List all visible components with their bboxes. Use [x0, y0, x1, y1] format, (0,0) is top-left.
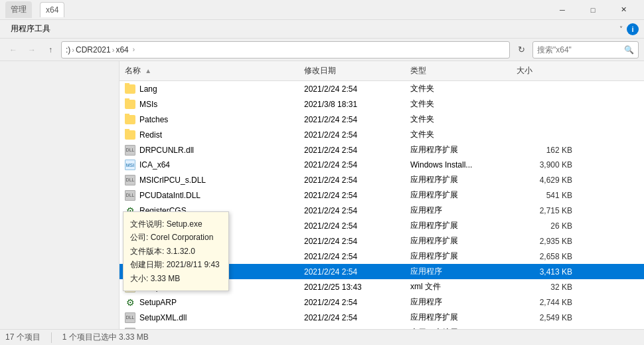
table-row[interactable]: DLL DRPCUNLR.dll 2021/2/24 2:54 应用程序扩展 1…	[120, 142, 644, 158]
tooltip-line5: 大小: 3.33 MB	[130, 272, 222, 285]
breadcrumb-x64[interactable]: x64	[116, 45, 128, 55]
col-type-label: 类型	[410, 66, 426, 75]
search-box[interactable]: 🔍	[532, 41, 639, 58]
menu-items: 用程序工具	[5, 22, 56, 36]
close-button[interactable]: ✕	[608, 0, 639, 20]
file-date: 2021/2/24 2:54	[299, 174, 405, 186]
file-date: 2021/2/24 2:54	[299, 235, 405, 247]
table-row[interactable]: DLL PCUDataIntl.DLL 2021/2/24 2:54 应用程序扩…	[120, 187, 644, 203]
tab-admin-label: 管理	[11, 5, 27, 14]
file-name-cell: MSI ICA_x64	[120, 158, 299, 172]
folder-icon	[125, 130, 135, 140]
file-name: SetupXML.dll	[139, 313, 187, 322]
minimize-button[interactable]: ─	[547, 0, 578, 20]
file-size	[511, 118, 578, 121]
file-name: Lang	[139, 84, 157, 94]
col-size[interactable]: 大小	[511, 64, 578, 78]
tab-admin[interactable]: 管理	[5, 1, 32, 18]
file-type: 应用程序扩展	[405, 188, 511, 202]
dll-icon: DLL	[125, 328, 135, 330]
breadcrumb-root[interactable]: :)	[66, 45, 70, 55]
file-date: 2021/2/24 2:54	[299, 114, 405, 126]
back-button[interactable]: ←	[5, 42, 21, 58]
tooltip-line2: 公司: Corel Corporation	[130, 231, 222, 244]
file-name: MSIs	[139, 100, 157, 109]
file-date: 2021/2/24 2:54	[299, 144, 405, 156]
file-size: 2,744 KB	[511, 296, 578, 308]
file-size: 2,549 KB	[511, 312, 578, 324]
file-size: 541 KB	[511, 189, 578, 201]
file-date: 2021/2/24 2:54	[299, 205, 405, 217]
file-size	[511, 103, 578, 106]
refresh-button[interactable]: ↻	[513, 41, 530, 58]
file-name-cell: DLL tBar7.dll	[120, 326, 299, 330]
table-row[interactable]: MSI ICA_x64 2021/2/24 2:54 Windows Insta…	[120, 158, 644, 172]
table-row[interactable]: Lang 2021/2/24 2:54 文件夹	[120, 81, 644, 96]
file-name-cell: DLL DRPCUNLR.dll	[120, 144, 299, 157]
file-type: 文件夹	[405, 82, 511, 96]
menu-bar: 用程序工具 ˅ i	[0, 20, 644, 39]
forward-button[interactable]: →	[24, 42, 40, 58]
file-name-cell: DLL MSICrlPCU_s.DLL	[120, 173, 299, 187]
up-button[interactable]: ↑	[42, 42, 58, 58]
file-type: 应用程序	[405, 265, 511, 279]
file-name: PCUDataIntl.DLL	[139, 191, 201, 200]
file-list-header: 名称 ▲ 修改日期 类型 大小	[120, 61, 644, 81]
info-icon[interactable]: i	[627, 23, 639, 35]
col-date[interactable]: 修改日期	[299, 64, 405, 78]
file-size	[511, 88, 578, 90]
file-date: 2021/2/24 2:54	[299, 312, 405, 324]
table-row[interactable]: MSIs 2021/3/8 18:31 文件夹	[120, 96, 644, 112]
file-name-cell: Redist	[120, 129, 299, 141]
tab-x64[interactable]: x64	[40, 2, 64, 17]
col-name-label: 名称	[125, 66, 141, 75]
tooltip-line1: 文件说明: Setup.exe	[130, 217, 222, 231]
breadcrumb-sep-2: ›	[112, 46, 115, 54]
table-row[interactable]: Redist 2021/2/24 2:54 文件夹	[120, 127, 644, 142]
menu-tools[interactable]: 用程序工具	[5, 22, 56, 36]
file-date: 2021/2/24 2:54	[299, 189, 405, 201]
file-type: 应用程序	[405, 203, 511, 217]
breadcrumb[interactable]: :) › CDR2021 › x64 ›	[61, 41, 510, 58]
file-type: 应用程序扩展	[405, 173, 511, 187]
table-row[interactable]: DLL SetupXML.dll 2021/2/24 2:54 应用程序扩展 2…	[120, 310, 644, 325]
file-size: 2,935 KB	[511, 235, 578, 247]
col-type[interactable]: 类型	[405, 64, 511, 78]
table-row[interactable]: ⚙ SetupARP 2021/2/24 2:54 应用程序 2,744 KB	[120, 294, 644, 310]
col-name[interactable]: 名称 ▲	[120, 64, 299, 78]
file-date: 2021/2/24 2:54	[299, 129, 405, 141]
status-selected: 1 个项目已选中 3.33 MB	[62, 332, 149, 343]
file-size: 162 KB	[511, 144, 578, 156]
breadcrumb-dropdown-icon[interactable]: ›	[133, 46, 135, 53]
table-row[interactable]: DLL tBar7.dll 2021/2/24 2:54 应用程序扩展 2,48…	[120, 325, 644, 329]
title-bar: 管理 x64 ─ □ ✕	[0, 0, 644, 20]
window-controls: ─ □ ✕	[547, 0, 639, 20]
file-name: tBar7.dll	[139, 328, 169, 330]
folder-icon	[125, 115, 135, 124]
folder-icon	[125, 100, 135, 109]
file-date: 2021/2/24 2:54	[299, 159, 405, 171]
explorer-main: 名称 ▲ 修改日期 类型 大小 Lang 2021/2/24 2:54 文件夹	[0, 61, 644, 329]
search-icon: 🔍	[624, 45, 634, 55]
exe-icon: ⚙	[125, 297, 135, 308]
file-type: 文件夹	[405, 128, 511, 142]
file-type: 文件夹	[405, 97, 511, 111]
file-name-cell: MSIs	[120, 98, 299, 110]
tab-x64-label: x64	[46, 5, 58, 15]
file-name: DRPCUNLR.dll	[139, 146, 194, 155]
file-size: 2,658 KB	[511, 251, 578, 263]
file-date: 2021/2/24 2:54	[299, 251, 405, 263]
table-row[interactable]: Patches 2021/2/24 2:54 文件夹	[120, 112, 644, 127]
file-size: 4,629 KB	[511, 174, 578, 186]
file-name: MSICrlPCU_s.DLL	[139, 175, 206, 185]
col-date-label: 修改日期	[304, 66, 336, 75]
maximize-button[interactable]: □	[578, 0, 608, 20]
table-row[interactable]: DLL MSICrlPCU_s.DLL 2021/2/24 2:54 应用程序扩…	[120, 172, 644, 187]
breadcrumb-cdr2021[interactable]: CDR2021	[76, 45, 111, 55]
search-input[interactable]	[537, 45, 621, 55]
menu-chevron-icon[interactable]: ˅	[619, 25, 623, 33]
file-size: 2,483 KB	[511, 327, 578, 330]
file-size: 3,900 KB	[511, 159, 578, 171]
dll-icon: DLL	[125, 190, 135, 201]
col-size-label: 大小	[517, 66, 532, 75]
